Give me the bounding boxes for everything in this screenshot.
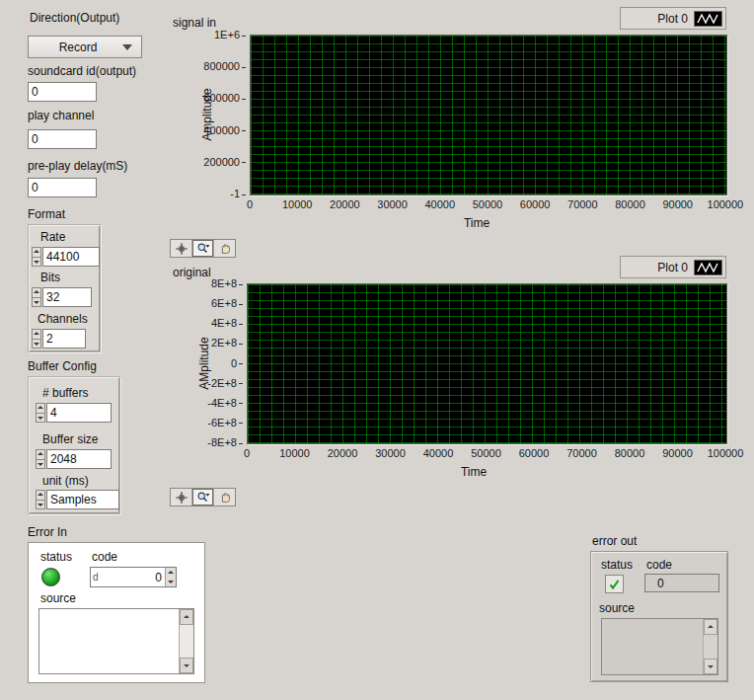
increment-decrement-icon[interactable] [165,568,176,586]
unit-control[interactable]: Samples [36,490,119,509]
error-in-source-field[interactable] [38,608,194,674]
num-buffers-control[interactable]: 4 [36,403,112,423]
soundcard-id-field[interactable]: 0 [28,82,97,102]
original-graph-palette[interactable] [170,488,236,506]
zoom-magnifier-icon[interactable] [192,240,214,257]
scrollbar[interactable] [703,619,717,674]
scroll-up-icon[interactable] [180,609,193,625]
error-in-source-label: source [40,591,76,605]
scrollbar[interactable] [179,609,193,673]
unit-label: unit (ms) [42,474,89,488]
error-out-cluster: status code 0 source [590,551,728,682]
signal-in-x-axis: 0100002000030000400005000060000700008000… [226,198,749,210]
axis-tick-label: 1E+6 [214,29,246,40]
axis-tick-label: 90000 [654,198,702,210]
axis-tick-label: 40000 [416,198,464,210]
axis-tick-label: 30000 [369,198,416,210]
axis-tick-label: 70000 [559,447,606,459]
axis-tick-label: 4E+8 [211,317,243,329]
axis-tick-label: 80000 [606,447,653,459]
original-y-axis: 8E+86E+84E+82E+80-2E+8-4E+8-6E+8-8E+8 [188,277,243,448]
play-channel-label: play channel [28,109,94,122]
signal-in-plot-area[interactable] [250,35,727,195]
signal-in-xlabel: Time [427,216,526,230]
bits-field[interactable]: 32 [42,287,92,307]
status-checkmark-icon [605,575,624,593]
error-out-code-label: code [646,558,672,572]
signal-in-y-axis: 1E+6800000600000400000200000-1 [190,29,246,199]
original-plot-area[interactable] [247,283,727,444]
increment-decrement-icon[interactable] [32,287,41,307]
rate-control[interactable]: 44100 [32,247,100,267]
buffer-size-control[interactable]: 2048 [36,449,112,469]
rate-field[interactable]: 44100 [42,247,100,267]
waveform-icon [694,260,722,275]
error-out-status-label: status [601,558,633,572]
cursor-crosshair-icon[interactable] [171,240,192,257]
axis-tick-label: 90000 [654,447,702,459]
play-channel-field[interactable]: 0 [28,129,97,149]
axis-tick-label: 10000 [271,447,319,459]
chevron-down-icon[interactable] [122,44,132,55]
original-ylabel: AMplitude [197,304,211,423]
num-buffers-field[interactable]: 4 [46,403,112,423]
channels-field[interactable]: 2 [42,329,86,349]
axis-tick-label: 60000 [511,198,559,210]
error-out-source-field [601,618,718,675]
zoom-magnifier-icon[interactable] [192,489,214,506]
unit-field[interactable]: Samples [46,490,119,509]
axis-tick-label: 80000 [607,198,654,210]
error-in-status-label: status [40,550,72,564]
error-in-cluster: status code d 0 source [28,542,205,683]
buffer-config-title: Buffer Config [28,359,97,373]
num-buffers-label: # buffers [42,386,88,400]
axis-tick-label: 20000 [321,198,368,210]
scroll-down-icon[interactable] [180,658,193,673]
error-in-code-value: 0 [101,571,165,584]
axis-tick-label: 100000 [702,447,749,459]
axis-tick-label: 100000 [702,198,749,210]
error-out-code-value: 0 [645,577,718,590]
axis-tick-label: 0 [223,447,270,459]
axis-tick-label: 8E+8 [211,277,243,289]
axis-tick-label: 0 [231,357,243,369]
scroll-down-icon[interactable] [704,659,717,674]
error-out-title: error out [592,534,637,548]
pan-hand-icon[interactable] [214,240,235,257]
axis-tick-label: 50000 [464,198,511,210]
preplay-delay-field[interactable]: 0 [28,178,97,197]
original-legend[interactable]: Plot 0 [620,256,726,278]
signal-in-legend[interactable]: Plot 0 [620,7,726,30]
increment-decrement-icon[interactable] [36,490,45,509]
axis-tick-label: 70000 [559,198,606,210]
error-out-source-label: source [599,601,635,615]
axis-tick-label: 30000 [367,447,415,459]
rate-label: Rate [40,230,65,244]
pan-hand-icon[interactable] [214,489,235,506]
direction-value: Record [59,40,98,54]
cursor-crosshair-icon[interactable] [171,489,192,506]
legend-plot-label: Plot 0 [657,12,688,26]
signal-in-graph-palette[interactable] [170,239,236,258]
axis-tick-label: -4E+8 [207,397,243,409]
axis-tick-label: 2E+8 [211,337,243,349]
axis-tick-label: 10000 [273,198,321,210]
increment-decrement-icon[interactable] [32,247,41,267]
axis-tick-label: -2E+8 [207,377,243,389]
increment-decrement-icon[interactable] [36,403,45,423]
scroll-up-icon[interactable] [704,619,717,635]
channels-control[interactable]: 2 [32,329,86,349]
increment-decrement-icon[interactable] [36,449,45,469]
error-in-code-field[interactable]: d 0 [90,567,177,587]
radix-indicator: d [91,572,101,583]
axis-tick-label: 50000 [463,447,510,459]
original-xlabel: Time [424,465,523,479]
status-led-icon[interactable] [41,568,60,586]
error-in-code-label: code [92,550,117,564]
buffer-size-field[interactable]: 2048 [46,449,112,469]
direction-ring-control[interactable]: Record [28,36,142,58]
bits-control[interactable]: 32 [32,287,92,307]
legend-plot-label: Plot 0 [657,261,688,274]
increment-decrement-icon[interactable] [32,329,41,349]
waveform-icon [694,11,722,27]
